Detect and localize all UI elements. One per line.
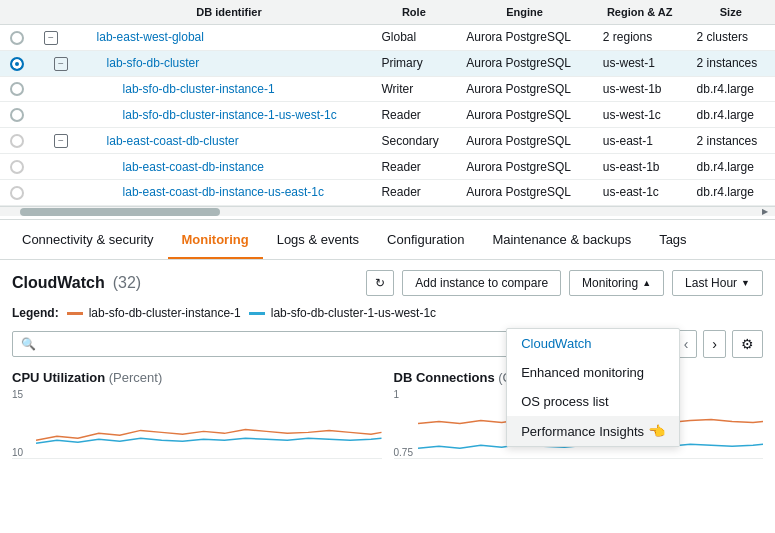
tree-cell	[34, 179, 87, 205]
db-link[interactable]: lab-sfo-db-cluster-instance-1-us-west-1c	[123, 108, 337, 122]
radio-button[interactable]	[10, 31, 24, 45]
settings-button[interactable]: ⚙	[732, 330, 763, 358]
monitoring-btn-label: Monitoring	[582, 276, 638, 290]
tab-configuration[interactable]: Configuration	[373, 222, 478, 259]
cpu-y-mid: 10	[12, 447, 36, 458]
role-cell: Reader	[371, 179, 456, 205]
table-row[interactable]: lab-east-coast-db-instance-us-east-1c Re…	[0, 179, 775, 205]
monitoring-header: CloudWatch (32) ↻ Add instance to compar…	[0, 260, 775, 302]
legend-item-1-label: lab-sfo-db-cluster-instance-1	[89, 306, 241, 320]
dropdown-item-performance-insights[interactable]: Performance Insights👈	[507, 416, 679, 446]
last-hour-button[interactable]: Last Hour ▼	[672, 270, 763, 296]
tab-connectivity-security[interactable]: Connectivity & security	[8, 222, 168, 259]
tree-cell: −	[34, 128, 87, 154]
tree-icon: −	[44, 31, 58, 45]
radio-cell[interactable]	[0, 179, 34, 205]
db-y-mid: 0.75	[394, 447, 418, 458]
cpu-chart: CPU Utilization (Percent) 15 10	[12, 370, 382, 459]
tab-logs-events[interactable]: Logs & events	[263, 222, 373, 259]
refresh-button[interactable]: ↻	[366, 270, 394, 296]
engine-cell: Aurora PostgreSQL	[456, 50, 593, 76]
nav-right-button[interactable]: ›	[703, 330, 726, 358]
search-icon: 🔍	[21, 337, 36, 351]
engine-cell: Aurora PostgreSQL	[456, 25, 593, 51]
db-link[interactable]: lab-sfo-db-cluster-instance-1	[123, 82, 275, 96]
radio-cell[interactable]	[0, 25, 34, 51]
id-cell[interactable]: lab-east-west-global	[87, 25, 372, 51]
tab-tags[interactable]: Tags	[645, 222, 700, 259]
size-cell: 2 instances	[687, 128, 775, 154]
tab-monitoring[interactable]: Monitoring	[168, 222, 263, 259]
role-cell: Secondary	[371, 128, 456, 154]
id-cell[interactable]: lab-east-coast-db-cluster	[87, 128, 372, 154]
table-row[interactable]: lab-sfo-db-cluster-instance-1-us-west-1c…	[0, 102, 775, 128]
region-cell: 2 regions	[593, 25, 687, 51]
add-instance-label: Add instance to compare	[415, 276, 548, 290]
radio-cell[interactable]	[0, 128, 34, 154]
tree-cell: −	[34, 50, 87, 76]
db-link[interactable]: lab-east-west-global	[97, 30, 204, 44]
id-cell[interactable]: lab-east-coast-db-instance-us-east-1c	[87, 179, 372, 205]
db-link[interactable]: lab-east-coast-db-instance-us-east-1c	[123, 185, 324, 199]
legend-line-orange	[67, 312, 83, 315]
radio-button[interactable]	[10, 108, 24, 122]
tree-icon: −	[54, 57, 68, 71]
id-cell[interactable]: lab-sfo-db-cluster	[87, 50, 372, 76]
table-row[interactable]: lab-east-coast-db-instance Reader Aurora…	[0, 154, 775, 180]
radio-cell[interactable]	[0, 76, 34, 102]
tab-maintenance-backups[interactable]: Maintenance & backups	[478, 222, 645, 259]
region-cell: us-east-1b	[593, 154, 687, 180]
last-hour-label: Last Hour	[685, 276, 737, 290]
db-link[interactable]: lab-east-coast-db-cluster	[107, 134, 239, 148]
col-identifier: DB identifier	[87, 0, 372, 25]
table-row[interactable]: − lab-east-west-global Global Aurora Pos…	[0, 25, 775, 51]
db-table-section: DB identifier Role Engine Region & AZ Si…	[0, 0, 775, 220]
dropdown-item-os-process-list[interactable]: OS process list	[507, 387, 679, 416]
monitoring-dropdown-menu: CloudWatch Enhanced monitoring OS proces…	[506, 328, 680, 447]
engine-cell: Aurora PostgreSQL	[456, 76, 593, 102]
id-cell[interactable]: lab-sfo-db-cluster-instance-1-us-west-1c	[87, 102, 372, 128]
add-instance-button[interactable]: Add instance to compare	[402, 270, 561, 296]
scroll-thumb[interactable]	[20, 208, 220, 216]
col-tree	[34, 0, 87, 25]
role-cell: Writer	[371, 76, 456, 102]
db-link[interactable]: lab-sfo-db-cluster	[107, 56, 200, 70]
db-link[interactable]: lab-east-coast-db-instance	[123, 160, 264, 174]
table-row[interactable]: − lab-east-coast-db-cluster Secondary Au…	[0, 128, 775, 154]
cpu-y-top: 15	[12, 389, 36, 400]
radio-button[interactable]	[10, 57, 24, 71]
region-cell: us-east-1	[593, 128, 687, 154]
region-cell: us-west-1	[593, 50, 687, 76]
radio-cell[interactable]	[0, 154, 34, 180]
legend-item-2: lab-sfo-db-cluster-1-us-west-1c	[249, 306, 436, 320]
id-cell[interactable]: lab-east-coast-db-instance	[87, 154, 372, 180]
radio-cell[interactable]	[0, 102, 34, 128]
radio-button[interactable]	[10, 134, 24, 148]
monitoring-arrow-icon: ▲	[642, 278, 651, 288]
legend-row: Legend: lab-sfo-db-cluster-instance-1 la…	[0, 302, 775, 326]
table-row[interactable]: lab-sfo-db-cluster-instance-1 Writer Aur…	[0, 76, 775, 102]
size-cell: db.r4.large	[687, 102, 775, 128]
monitoring-dropdown-button[interactable]: Monitoring ▲	[569, 270, 664, 296]
radio-button[interactable]	[10, 186, 24, 200]
col-radio	[0, 0, 34, 25]
dropdown-item-enhanced-monitoring[interactable]: Enhanced monitoring	[507, 358, 679, 387]
radio-button[interactable]	[10, 82, 24, 96]
engine-cell: Aurora PostgreSQL	[456, 154, 593, 180]
role-cell: Global	[371, 25, 456, 51]
engine-cell: Aurora PostgreSQL	[456, 128, 593, 154]
region-cell: us-west-1b	[593, 76, 687, 102]
scroll-right-arrow[interactable]: ▶	[759, 207, 771, 217]
horizontal-scrollbar[interactable]: ▶	[0, 206, 775, 216]
dropdown-item-cloudwatch[interactable]: CloudWatch	[507, 329, 679, 358]
radio-cell[interactable]	[0, 50, 34, 76]
cpu-y-axis: 15 10	[12, 389, 36, 458]
main-container: DB identifier Role Engine Region & AZ Si…	[0, 0, 775, 533]
tabs-bar: Connectivity & security Monitoring Logs …	[0, 220, 775, 260]
legend-item-1: lab-sfo-db-cluster-instance-1	[67, 306, 241, 320]
table-row[interactable]: − lab-sfo-db-cluster Primary Aurora Post…	[0, 50, 775, 76]
monitoring-title: CloudWatch	[12, 274, 105, 292]
id-cell[interactable]: lab-sfo-db-cluster-instance-1	[87, 76, 372, 102]
size-cell: 2 clusters	[687, 25, 775, 51]
radio-button[interactable]	[10, 160, 24, 174]
